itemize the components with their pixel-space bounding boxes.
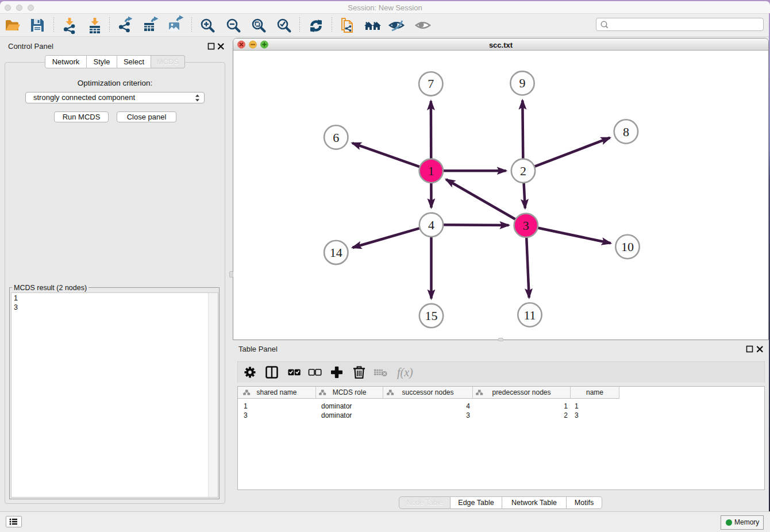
svg-text:4: 4 (428, 218, 434, 232)
svg-text:9: 9 (519, 76, 526, 90)
svg-text:11: 11 (523, 308, 536, 322)
svg-text:8: 8 (623, 125, 629, 139)
svg-text:14: 14 (330, 245, 342, 260)
svg-text:6: 6 (333, 130, 339, 145)
svg-text:f(x): f(x) (397, 366, 413, 379)
svg-text:1: 1 (428, 164, 434, 178)
svg-text:3: 3 (523, 218, 529, 233)
svg-text:2: 2 (520, 164, 526, 178)
svg-text:7: 7 (428, 76, 434, 91)
svg-text:10: 10 (621, 240, 634, 254)
svg-text:15: 15 (425, 309, 438, 323)
